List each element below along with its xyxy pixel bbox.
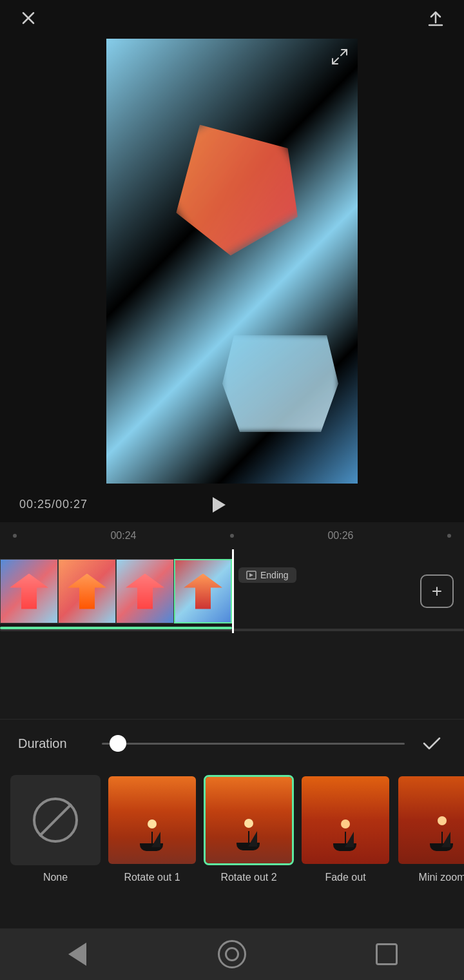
film-frame-2[interactable] bbox=[58, 559, 116, 623]
duration-slider-container bbox=[102, 743, 405, 745]
play-button[interactable] bbox=[204, 491, 232, 519]
export-button[interactable] bbox=[423, 5, 449, 31]
square-icon bbox=[376, 943, 398, 965]
ruler-time-1: 00:24 bbox=[17, 530, 230, 542]
timeline-cursor bbox=[232, 549, 234, 633]
svg-line-4 bbox=[341, 50, 347, 55]
svg-marker-6 bbox=[213, 497, 226, 513]
effect-none[interactable]: None bbox=[10, 775, 101, 883]
back-nav-button[interactable] bbox=[59, 936, 95, 972]
duration-slider-track[interactable] bbox=[102, 743, 405, 745]
effect-mini-zoom-thumb bbox=[397, 775, 464, 865]
back-icon bbox=[68, 943, 86, 966]
effect-fade-out[interactable]: Fade out bbox=[300, 775, 391, 883]
duration-slider-thumb[interactable] bbox=[110, 735, 126, 752]
effect-mini-zoom[interactable]: Mini zoom bbox=[397, 775, 464, 883]
film-frame-1[interactable] bbox=[0, 559, 58, 623]
expand-button[interactable] bbox=[328, 45, 351, 68]
time-display: 00:25/00:27 bbox=[19, 498, 88, 511]
none-icon bbox=[33, 798, 78, 843]
effect-rotate-out-2[interactable]: Rotate out 2 bbox=[204, 775, 294, 883]
effect-rotate-out-1-label: Rotate out 1 bbox=[124, 872, 180, 883]
bottom-nav bbox=[0, 928, 464, 980]
home-nav-button[interactable] bbox=[214, 936, 250, 972]
duration-section: Duration bbox=[0, 719, 464, 767]
film-frame-4[interactable] bbox=[174, 559, 232, 623]
ending-badge-text: Ending bbox=[260, 570, 289, 580]
total-time: 00:27 bbox=[55, 498, 88, 511]
preview-shape-secondary bbox=[222, 335, 338, 432]
preview-canvas bbox=[106, 39, 358, 484]
confirm-button[interactable] bbox=[418, 729, 446, 758]
square-nav-button[interactable] bbox=[369, 936, 405, 972]
add-icon: + bbox=[432, 581, 442, 602]
effect-rotate-out-2-label: Rotate out 2 bbox=[220, 872, 276, 883]
home-icon bbox=[218, 940, 246, 968]
svg-line-5 bbox=[333, 58, 338, 64]
effect-fade-out-thumb bbox=[300, 775, 391, 865]
top-bar bbox=[0, 0, 464, 35]
close-button[interactable] bbox=[15, 5, 41, 31]
timeline-progress bbox=[0, 627, 232, 629]
ruler-dot-3 bbox=[447, 534, 451, 538]
effect-none-thumb bbox=[10, 775, 101, 865]
timeline-strip bbox=[0, 559, 232, 623]
timeline-ruler: 00:24 00:26 bbox=[0, 522, 464, 549]
svg-marker-8 bbox=[249, 573, 253, 577]
effect-rotate-out-1[interactable]: Rotate out 1 bbox=[107, 775, 197, 883]
current-time: 00:25 bbox=[19, 498, 52, 511]
effect-rotate-out-1-thumb bbox=[107, 775, 197, 865]
effect-rotate-out-2-thumb bbox=[204, 775, 294, 865]
timeline-area: Ending + bbox=[0, 549, 464, 633]
film-frame-3[interactable] bbox=[116, 559, 174, 623]
preview-area bbox=[0, 35, 464, 487]
effect-fade-out-label: Fade out bbox=[325, 872, 365, 883]
add-clip-button[interactable]: + bbox=[420, 574, 454, 608]
ending-badge: Ending bbox=[238, 567, 296, 583]
effects-strip: None Rotate out 1 Rotate out 2 Fade out bbox=[0, 767, 464, 922]
ruler-time-2: 00:26 bbox=[234, 530, 447, 542]
duration-label: Duration bbox=[18, 736, 89, 751]
playback-bar: 00:25/00:27 bbox=[0, 487, 464, 522]
effect-none-label: None bbox=[43, 872, 68, 883]
effect-mini-zoom-label: Mini zoom bbox=[419, 872, 464, 883]
